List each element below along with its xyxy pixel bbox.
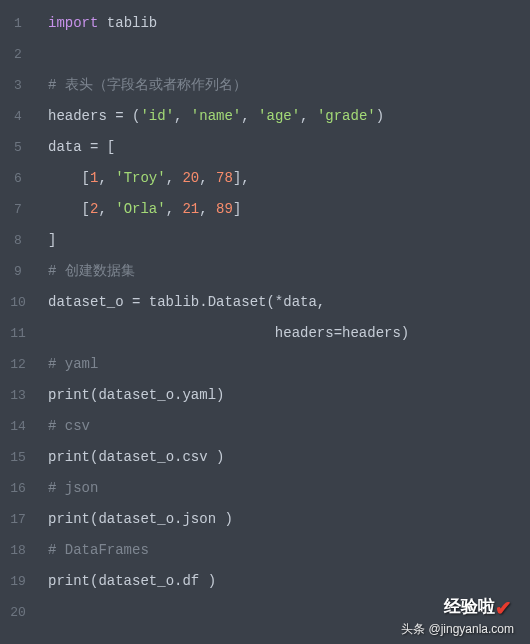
token-ident: , xyxy=(166,170,183,186)
token-ident: headers = ( xyxy=(48,108,140,124)
token-ident: print xyxy=(48,511,90,527)
line-number: 17 xyxy=(0,504,36,535)
line-number: 16 xyxy=(0,473,36,504)
token-ident: , xyxy=(300,108,317,124)
check-icon: ✔ xyxy=(495,597,512,619)
line-number-gutter: 1234567891011121314151617181920 xyxy=(0,0,36,644)
code-line: print(dataset_o.df ) xyxy=(48,566,530,597)
code-line: print(dataset_o.csv ) xyxy=(48,442,530,473)
token-str: 'Troy' xyxy=(115,170,165,186)
token-ident: , xyxy=(199,170,216,186)
line-number: 12 xyxy=(0,349,36,380)
token-comment: # json xyxy=(48,480,98,496)
line-number: 3 xyxy=(0,70,36,101)
token-ident: (dataset_o.df ) xyxy=(90,573,216,589)
token-ident: , xyxy=(166,201,183,217)
code-line: import tablib xyxy=(48,8,530,39)
token-comment: # DataFrames xyxy=(48,542,149,558)
token-ident: dataset_o = tablib.Dataset(*data, xyxy=(48,294,325,310)
code-line: # yaml xyxy=(48,349,530,380)
token-ident: [ xyxy=(48,170,90,186)
watermark-text: 经验啦 xyxy=(444,597,495,616)
line-number: 18 xyxy=(0,535,36,566)
code-line: [1, 'Troy', 20, 78], xyxy=(48,163,530,194)
code-line: data = [ xyxy=(48,132,530,163)
line-number: 9 xyxy=(0,256,36,287)
line-number: 19 xyxy=(0,566,36,597)
line-number: 4 xyxy=(0,101,36,132)
code-line: # csv xyxy=(48,411,530,442)
token-str: 'id' xyxy=(140,108,174,124)
code-line: [2, 'Orla', 21, 89] xyxy=(48,194,530,225)
line-number: 20 xyxy=(0,597,36,628)
token-ident: data = [ xyxy=(48,139,115,155)
token-num: 21 xyxy=(182,201,199,217)
token-ident: print xyxy=(48,387,90,403)
line-number: 1 xyxy=(0,8,36,39)
token-num: 20 xyxy=(182,170,199,186)
code-line: dataset_o = tablib.Dataset(*data, xyxy=(48,287,530,318)
token-ident: ] xyxy=(233,201,241,217)
line-number: 10 xyxy=(0,287,36,318)
token-ident: (dataset_o.yaml) xyxy=(90,387,224,403)
token-num: 78 xyxy=(216,170,233,186)
token-ident: , xyxy=(199,201,216,217)
token-str: 'name' xyxy=(191,108,241,124)
code-line: # 创建数据集 xyxy=(48,256,530,287)
watermark-url: 头条 @jingyanla.com xyxy=(401,621,514,638)
token-str: 'age' xyxy=(258,108,300,124)
token-kw: import xyxy=(48,15,98,31)
code-editor: 1234567891011121314151617181920 import t… xyxy=(0,0,530,644)
token-ident: (dataset_o.json ) xyxy=(90,511,233,527)
line-number: 7 xyxy=(0,194,36,225)
code-line xyxy=(48,39,530,70)
code-line: # json xyxy=(48,473,530,504)
token-ident: headers=headers) xyxy=(48,325,409,341)
token-num: 89 xyxy=(216,201,233,217)
token-ident: tablib xyxy=(107,15,157,31)
token-ident: print xyxy=(48,573,90,589)
token-comment: # yaml xyxy=(48,356,98,372)
watermark-logo: 经验啦✔ xyxy=(444,595,512,620)
line-number: 6 xyxy=(0,163,36,194)
token-str: 'Orla' xyxy=(115,201,165,217)
code-line: # 表头（字段名或者称作列名） xyxy=(48,70,530,101)
line-number: 15 xyxy=(0,442,36,473)
code-line: print(dataset_o.yaml) xyxy=(48,380,530,411)
token-comment: # 表头（字段名或者称作列名） xyxy=(48,77,247,93)
code-line: headers=headers) xyxy=(48,318,530,349)
token-ident: , xyxy=(98,201,115,217)
line-number: 11 xyxy=(0,318,36,349)
token-comment: # 创建数据集 xyxy=(48,263,135,279)
code-line: ] xyxy=(48,225,530,256)
token-punc xyxy=(98,15,106,31)
code-line: # DataFrames xyxy=(48,535,530,566)
line-number: 8 xyxy=(0,225,36,256)
token-ident: ) xyxy=(376,108,384,124)
token-ident: , xyxy=(241,108,258,124)
token-ident: , xyxy=(98,170,115,186)
token-ident: ] xyxy=(48,232,56,248)
code-line: print(dataset_o.json ) xyxy=(48,504,530,535)
line-number: 13 xyxy=(0,380,36,411)
token-str: 'grade' xyxy=(317,108,376,124)
code-line: headers = ('id', 'name', 'age', 'grade') xyxy=(48,101,530,132)
token-ident: [ xyxy=(48,201,90,217)
line-number: 2 xyxy=(0,39,36,70)
code-content: import tablib# 表头（字段名或者称作列名）headers = ('… xyxy=(36,0,530,644)
token-ident: , xyxy=(174,108,191,124)
token-ident: print xyxy=(48,449,90,465)
line-number: 5 xyxy=(0,132,36,163)
token-ident: (dataset_o.csv ) xyxy=(90,449,224,465)
token-comment: # csv xyxy=(48,418,90,434)
line-number: 14 xyxy=(0,411,36,442)
token-ident: ], xyxy=(233,170,250,186)
